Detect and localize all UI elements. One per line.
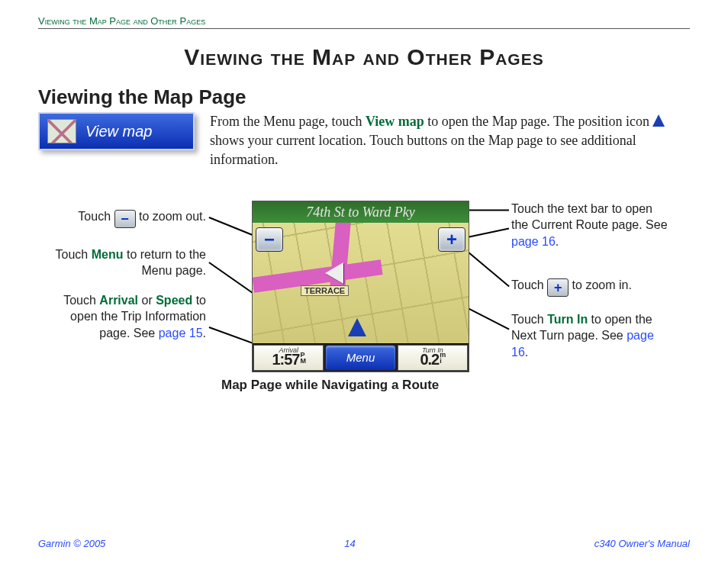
zoom-in-button[interactable]: + — [438, 227, 465, 252]
view-map-button[interactable]: View map — [38, 112, 195, 150]
footer-page-number: 14 — [344, 538, 355, 549]
text: Touch — [511, 278, 547, 291]
section-title: Viewing the Map Page — [38, 85, 690, 109]
callout-turn-in: Touch Turn In to open the Next Turn page… — [511, 311, 672, 361]
minus-icon: − — [114, 210, 136, 228]
turn-arrow-icon — [325, 262, 343, 284]
text: Touch — [511, 313, 547, 326]
text: to zoom out. — [136, 210, 207, 223]
intro-paragraph: From the Menu page, touch View map to op… — [210, 112, 690, 170]
link-page-16-a[interactable]: page 16 — [511, 235, 556, 248]
main-title: Viewing the Map and Other Pages — [38, 44, 690, 70]
text: shows your current location. Touch butto… — [210, 133, 636, 167]
text: Touch — [63, 294, 99, 307]
page-footer: Garmin © 2005 14 c340 Owner's Manual — [38, 538, 690, 549]
keyword-view-map: View map — [366, 114, 424, 129]
keyword-turn-in: Turn In — [547, 313, 588, 326]
text: Touch — [78, 210, 114, 223]
footer-copyright: Garmin © 2005 — [38, 538, 105, 549]
keyword-arrival: Arrival — [99, 294, 138, 307]
turn-in-panel[interactable]: Turn In 0.2mi — [398, 345, 468, 371]
text: to return to the Menu page. — [123, 248, 206, 278]
gps-text-bar[interactable]: 74th St to Ward Pky — [253, 201, 469, 224]
callout-line — [465, 249, 509, 287]
callout-zoom-in: Touch + to zoom in. — [511, 277, 672, 297]
callout-menu: Touch Menu to return to the Menu page. — [38, 246, 206, 279]
view-map-label: View map — [85, 123, 152, 140]
text: . — [556, 235, 559, 248]
text: Touch the text bar to open the Current R… — [511, 202, 668, 232]
street-label: TERRACE — [301, 285, 349, 296]
figure-caption: Map Page while Navigating a Route — [221, 378, 439, 393]
unit: M — [300, 357, 305, 365]
running-header: Viewing the Map Page and Other Pages — [38, 15, 690, 29]
gps-map: TERRACE — [253, 223, 469, 344]
diagram-area: Touch − to zoom out. Touch Menu to retur… — [38, 201, 694, 414]
vehicle-position-icon — [348, 318, 366, 336]
keyword-speed: Speed — [156, 294, 192, 307]
map-icon — [47, 119, 76, 143]
arrival-panel[interactable]: Arrival 1:57PM — [253, 345, 324, 371]
position-icon — [652, 114, 665, 127]
text: From the Menu page, touch — [210, 114, 366, 129]
text: . — [203, 327, 206, 339]
callout-arrival-speed: Touch Arrival or Speed to open the Trip … — [38, 292, 206, 342]
callout-zoom-out: Touch − to zoom out. — [38, 208, 206, 228]
footer-manual-title: c340 Owner's Manual — [594, 538, 690, 549]
text: or — [138, 294, 156, 307]
zoom-out-button[interactable]: − — [256, 227, 283, 252]
keyword-menu: Menu — [92, 248, 124, 261]
menu-button[interactable]: Menu — [325, 345, 395, 371]
plus-icon: + — [547, 278, 569, 297]
text: to open the Map page. The position icon — [424, 114, 653, 129]
gps-screenshot: 74th St to Ward Pky TERRACE − + Arrival … — [252, 201, 469, 372]
turn-in-label: Turn In — [422, 346, 443, 354]
text: to zoom in. — [569, 278, 632, 291]
link-page-15[interactable]: page 15 — [159, 327, 203, 339]
callout-text-bar: Touch the text bar to open the Current R… — [511, 201, 672, 250]
text: Touch — [56, 248, 92, 261]
arrival-label: Arrival — [279, 346, 298, 354]
text: . — [525, 346, 528, 359]
unit: i — [440, 357, 441, 365]
